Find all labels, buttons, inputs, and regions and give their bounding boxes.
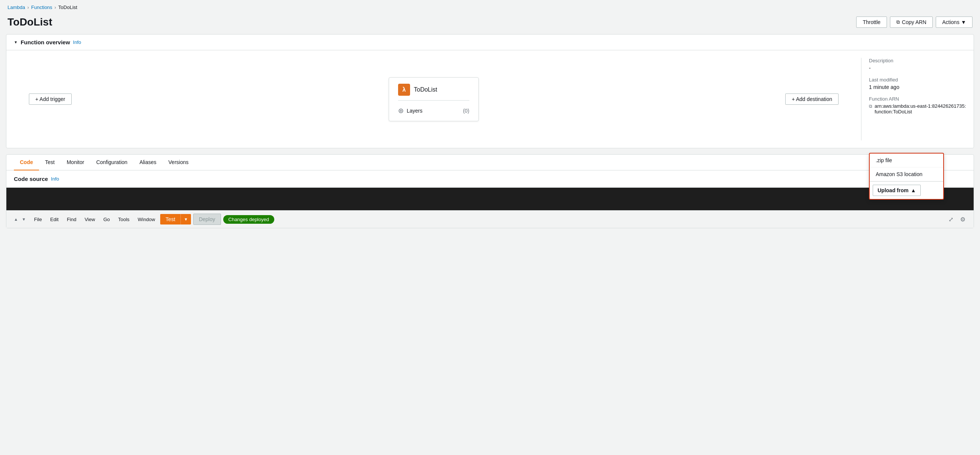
upload-from-label: Upload from bbox=[878, 187, 908, 193]
function-arn-value: ⧉ arn:aws:lambda:us-east-1:824426261735:… bbox=[869, 103, 966, 115]
last-modified-section: Last modified 1 minute ago bbox=[869, 77, 966, 90]
upload-dropdown: .zip file Amazon S3 location Upload from… bbox=[869, 153, 944, 200]
add-trigger-button[interactable]: + Add trigger bbox=[29, 94, 72, 105]
upload-s3-item[interactable]: Amazon S3 location bbox=[870, 168, 943, 181]
deploy-button[interactable]: Deploy bbox=[193, 214, 221, 225]
settings-button[interactable]: ⚙ bbox=[958, 214, 967, 225]
function-card: λ ToDoList ⊛ Layers (0) bbox=[389, 77, 479, 121]
actions-label: Actions bbox=[942, 19, 959, 25]
function-arn-section: Function ARN ⧉ arn:aws:lambda:us-east-1:… bbox=[869, 96, 966, 115]
code-source-title: Code source bbox=[14, 176, 48, 182]
test-dropdown-arrow[interactable]: ▼ bbox=[180, 214, 191, 225]
toolbar-nav-down[interactable]: ▼ bbox=[20, 216, 27, 222]
panel-title: Function overview bbox=[21, 39, 70, 45]
description-value: - bbox=[869, 65, 966, 71]
function-card-title: λ ToDoList bbox=[398, 84, 469, 101]
code-toolbar: ▲ ▼ File Edit Find View Go Tools Window … bbox=[6, 210, 974, 228]
changes-deployed-badge: Changes deployed bbox=[223, 215, 274, 224]
last-modified-value: 1 minute ago bbox=[869, 84, 966, 90]
breadcrumb-sep-2: › bbox=[54, 5, 56, 10]
breadcrumb: Lambda › Functions › ToDoList bbox=[0, 0, 980, 13]
toolbar-edit[interactable]: Edit bbox=[47, 215, 62, 224]
layers-count: (0) bbox=[463, 108, 469, 114]
upload-from-arrow-icon: ▲ bbox=[911, 187, 916, 193]
function-info: Description - Last modified 1 minute ago… bbox=[861, 58, 966, 140]
code-source-header: Code source Info bbox=[6, 171, 974, 188]
function-arn-label: Function ARN bbox=[869, 96, 966, 102]
last-modified-label: Last modified bbox=[869, 77, 966, 83]
page-title: ToDoList bbox=[8, 16, 52, 28]
upload-zip-item[interactable]: .zip file bbox=[870, 153, 943, 168]
tab-code[interactable]: Code bbox=[14, 155, 39, 171]
test-split-button: Test ▼ bbox=[160, 214, 191, 225]
breadcrumb-lambda[interactable]: Lambda bbox=[8, 5, 25, 10]
toolbar-file[interactable]: File bbox=[31, 215, 45, 224]
breadcrumb-sep-1: › bbox=[27, 5, 29, 10]
layers-icon: ⊛ bbox=[398, 107, 404, 115]
panel-body: + Add trigger λ ToDoList ⊛ Layers (0) + … bbox=[6, 50, 974, 148]
settings-icon: ⚙ bbox=[960, 216, 966, 223]
header-actions: Throttle ⧉ Copy ARN Actions ▼ bbox=[856, 16, 972, 28]
toolbar-view[interactable]: View bbox=[81, 215, 98, 224]
description-section: Description - bbox=[869, 58, 966, 71]
toolbar-window[interactable]: Window bbox=[135, 215, 158, 224]
add-destination-button[interactable]: + Add destination bbox=[785, 94, 838, 105]
tabs-section: Code Test Monitor Configuration Aliases … bbox=[6, 154, 974, 228]
tab-versions[interactable]: Versions bbox=[162, 155, 195, 171]
copy-icon: ⧉ bbox=[896, 19, 900, 25]
copy-arn-button[interactable]: ⧉ Copy ARN bbox=[890, 16, 933, 28]
lambda-icon: λ bbox=[398, 84, 410, 96]
toolbar-tools[interactable]: Tools bbox=[115, 215, 132, 224]
actions-button[interactable]: Actions ▼ bbox=[936, 16, 972, 28]
tab-aliases[interactable]: Aliases bbox=[134, 155, 162, 171]
panel-info-link[interactable]: Info bbox=[73, 40, 81, 45]
breadcrumb-functions[interactable]: Functions bbox=[31, 5, 52, 10]
tab-test[interactable]: Test bbox=[39, 155, 61, 171]
code-source-info-link[interactable]: Info bbox=[51, 176, 59, 182]
toolbar-nav: ▲ ▼ bbox=[13, 216, 27, 222]
collapse-icon[interactable]: ▼ bbox=[14, 40, 18, 44]
tabs-bar: Code Test Monitor Configuration Aliases … bbox=[6, 155, 974, 171]
arn-text: arn:aws:lambda:us-east-1:824426261735:fu… bbox=[875, 103, 966, 115]
function-overview-panel: ▼ Function overview Info + Add trigger λ… bbox=[6, 34, 974, 148]
toolbar-go[interactable]: Go bbox=[100, 215, 113, 224]
toolbar-nav-up[interactable]: ▲ bbox=[13, 216, 19, 222]
test-main-button[interactable]: Test bbox=[160, 214, 180, 225]
page-header: ToDoList Throttle ⧉ Copy ARN Actions ▼ bbox=[0, 13, 980, 34]
upload-from-button[interactable]: Upload from ▲ bbox=[873, 185, 921, 196]
layers-label: Layers bbox=[407, 108, 422, 114]
tab-monitor[interactable]: Monitor bbox=[61, 155, 91, 171]
layers-row: ⊛ Layers (0) bbox=[398, 107, 469, 115]
panel-header: ▼ Function overview Info bbox=[6, 35, 974, 50]
code-source-section: Code source Info ▲ ▼ File Edit Find View… bbox=[6, 171, 974, 228]
arn-copy-icon[interactable]: ⧉ bbox=[869, 104, 872, 109]
copy-arn-label: Copy ARN bbox=[902, 19, 926, 25]
toolbar-find[interactable]: Find bbox=[64, 215, 79, 224]
function-diagram: + Add trigger λ ToDoList ⊛ Layers (0) + … bbox=[14, 58, 854, 140]
chevron-down-icon: ▼ bbox=[961, 19, 966, 25]
function-card-name: ToDoList bbox=[414, 86, 437, 93]
fullscreen-icon: ⤢ bbox=[948, 216, 953, 223]
breadcrumb-current: ToDoList bbox=[58, 5, 77, 10]
description-label: Description bbox=[869, 58, 966, 64]
tab-configuration[interactable]: Configuration bbox=[90, 155, 133, 171]
code-editor-area bbox=[6, 188, 974, 210]
fullscreen-button[interactable]: ⤢ bbox=[946, 214, 956, 225]
throttle-button[interactable]: Throttle bbox=[856, 16, 886, 28]
